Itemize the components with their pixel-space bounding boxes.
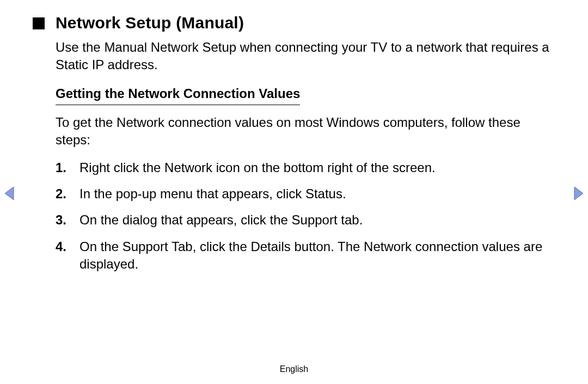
lead-text: To get the Network connection values on … bbox=[56, 114, 555, 149]
step-number: 2. bbox=[56, 185, 79, 203]
page-title: Network Setup (Manual) bbox=[56, 14, 244, 32]
title-row: Network Setup (Manual) bbox=[33, 14, 555, 32]
step-number: 3. bbox=[56, 211, 79, 229]
page-content: Network Setup (Manual) Use the Manual Ne… bbox=[0, 0, 588, 273]
subhead-wrap: Getting the Network Connection Values bbox=[56, 86, 555, 105]
list-item: 2. In the pop-up menu that appears, clic… bbox=[56, 185, 555, 203]
step-text: On the dialog that appears, click the Su… bbox=[79, 211, 555, 229]
step-text: On the Support Tab, click the Details bu… bbox=[79, 238, 555, 273]
footer-language: English bbox=[0, 364, 588, 374]
list-item: 4. On the Support Tab, click the Details… bbox=[56, 238, 555, 273]
list-item: 3. On the dialog that appears, click the… bbox=[56, 211, 555, 229]
list-item: 1. Right click the Network icon on the b… bbox=[56, 159, 555, 176]
triangle-right-icon bbox=[574, 186, 584, 200]
next-page-button[interactable] bbox=[574, 186, 584, 200]
steps-list: 1. Right click the Network icon on the b… bbox=[56, 159, 555, 273]
step-text: Right click the Network icon on the bott… bbox=[79, 159, 555, 176]
intro-text: Use the Manual Network Setup when connec… bbox=[56, 39, 555, 74]
step-number: 4. bbox=[56, 238, 79, 273]
triangle-left-icon bbox=[4, 186, 14, 200]
svg-marker-0 bbox=[5, 187, 14, 200]
svg-marker-1 bbox=[574, 187, 583, 200]
step-text: In the pop-up menu that appears, click S… bbox=[79, 185, 555, 203]
section-subheading: Getting the Network Connection Values bbox=[56, 86, 300, 105]
step-number: 1. bbox=[56, 159, 79, 176]
prev-page-button[interactable] bbox=[4, 186, 14, 200]
bullet-square-icon bbox=[33, 17, 45, 29]
